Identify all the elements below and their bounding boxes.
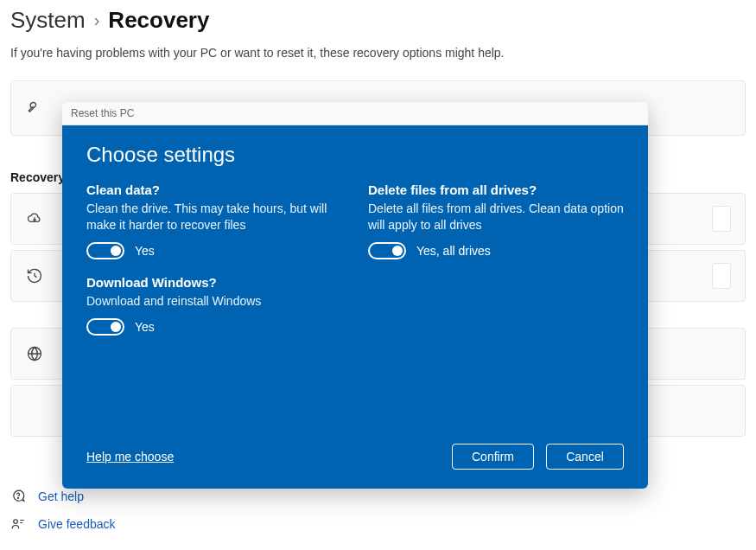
- reset-pc-dialog: Reset this PC Choose settings Clean data…: [62, 102, 648, 489]
- clean-data-toggle[interactable]: [86, 242, 124, 259]
- give-feedback-link[interactable]: Give feedback: [10, 516, 746, 532]
- download-windows-toggle[interactable]: [86, 318, 124, 336]
- give-feedback-label: Give feedback: [38, 517, 116, 531]
- help-me-choose-link[interactable]: Help me choose: [86, 450, 174, 464]
- setting-question: Download Windows?: [86, 275, 342, 290]
- intro-text: If you're having problems with your PC o…: [10, 46, 746, 60]
- delete-all-drives-toggle[interactable]: [368, 242, 406, 259]
- toggle-value-label: Yes: [135, 320, 155, 334]
- toggle-value-label: Yes: [135, 244, 155, 258]
- action-button[interactable]: [712, 206, 731, 232]
- chevron-right-icon: ›: [94, 10, 100, 30]
- svg-point-1: [18, 497, 19, 498]
- setting-question: Delete files from all drives?: [368, 182, 624, 197]
- setting-description: Download and reinstall Windows: [86, 293, 342, 310]
- breadcrumb-parent[interactable]: System: [10, 7, 86, 34]
- setting-description: Clean the drive. This may take hours, bu…: [86, 201, 342, 233]
- toggle-value-label: Yes, all drives: [416, 244, 491, 258]
- cloud-download-icon: [25, 210, 44, 227]
- setting-clean-data: Clean data? Clean the drive. This may ta…: [86, 182, 342, 259]
- dialog-titlebar: Reset this PC: [62, 102, 648, 125]
- action-button[interactable]: [712, 263, 731, 289]
- feedback-icon: [10, 516, 26, 532]
- setting-delete-all-drives: Delete files from all drives? Delete all…: [368, 182, 624, 259]
- breadcrumb: System › Recovery: [10, 7, 746, 34]
- dialog-heading: Choose settings: [86, 143, 624, 167]
- setting-question: Clean data?: [86, 182, 342, 197]
- history-icon: [25, 267, 44, 285]
- globe-icon: [25, 345, 44, 362]
- cancel-button[interactable]: Cancel: [546, 444, 624, 470]
- get-help-label: Get help: [38, 489, 84, 503]
- wrench-icon: [25, 99, 44, 117]
- chat-help-icon: [10, 489, 26, 504]
- setting-description: Delete all files from all drives. Clean …: [368, 201, 624, 233]
- confirm-button[interactable]: Confirm: [452, 444, 534, 470]
- get-help-link[interactable]: Get help: [10, 489, 746, 504]
- page-title: Recovery: [108, 7, 209, 34]
- setting-download-windows: Download Windows? Download and reinstall…: [86, 275, 342, 336]
- svg-point-2: [14, 520, 18, 524]
